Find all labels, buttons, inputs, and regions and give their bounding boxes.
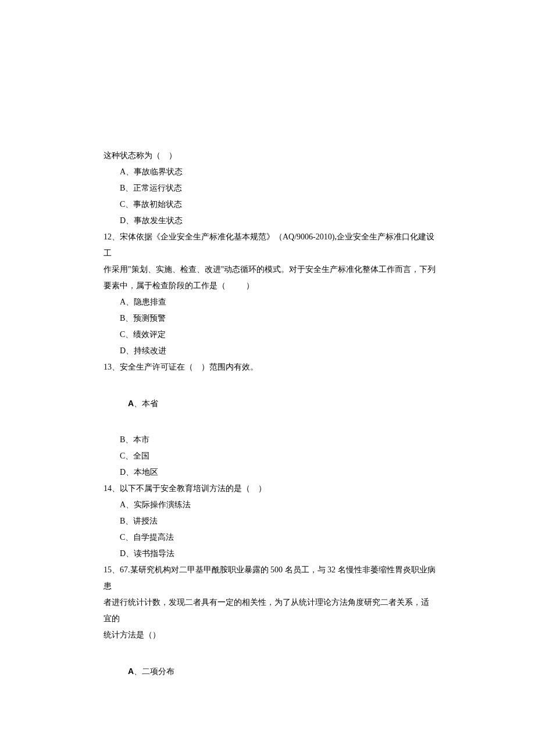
- option-a: A、隐患排查: [104, 294, 436, 310]
- option-d: D、本地区: [104, 464, 436, 481]
- question-12-line-3: 要素中，属于检查阶段的工作是（ ）: [104, 278, 436, 294]
- option-a: A、二项分布: [104, 643, 436, 696]
- question-15-line-2: 者进行统计计数，发现二者具有一定的相关性，为了从统计理论方法角度研究二者关系，适…: [104, 594, 436, 627]
- option-a-text: 、二项分布: [134, 667, 174, 676]
- document-page: 这种状态称为（ ） A、事故临界状态 B、正常运行状态 C、事故初始状态 D、事…: [0, 0, 535, 696]
- question-15-line-1: 15、67.某研究机构对二甲基甲酰胺职业暴露的 500 名员工，与 32 名慢性…: [104, 562, 436, 594]
- option-b: B、讲授法: [104, 513, 436, 529]
- option-d: D、持续改进: [104, 343, 436, 359]
- option-c: C、绩效评定: [104, 327, 436, 343]
- option-a-text: 、本省: [134, 399, 158, 408]
- option-d: D、读书指导法: [104, 546, 436, 562]
- question-13: 13、安全生产许可证在（ ）范围内有效。: [104, 359, 436, 375]
- question-15-line-3: 统计方法是（）: [104, 627, 436, 643]
- option-b: B、本市: [104, 432, 436, 448]
- question-11-tail: 这种状态称为（ ）: [104, 148, 436, 164]
- option-c: C、自学提高法: [104, 529, 436, 546]
- option-c: C、事故初始状态: [104, 196, 436, 213]
- question-12-line-1: 12、宋体依据《企业安全生产标准化基本规范》（AQ/9006-2010),企业安…: [104, 229, 436, 261]
- option-a: A、本省: [104, 375, 436, 432]
- option-a-letter: A: [128, 399, 134, 408]
- question-12-line-2: 作采用"策划、实施、检查、改进"动态循环的模式。对于安全生产标准化整体工作而言，…: [104, 261, 436, 278]
- option-d: D、事故发生状态: [104, 213, 436, 229]
- option-b: B、正常运行状态: [104, 180, 436, 196]
- option-a: A、实际操作演练法: [104, 497, 436, 513]
- option-b: B、预测预警: [104, 310, 436, 327]
- option-a: A、事故临界状态: [104, 164, 436, 180]
- option-c: C、全国: [104, 448, 436, 464]
- option-a-letter: A: [128, 667, 134, 676]
- question-14: 14、以下不属于安全教育培训方法的是（ ）: [104, 481, 436, 497]
